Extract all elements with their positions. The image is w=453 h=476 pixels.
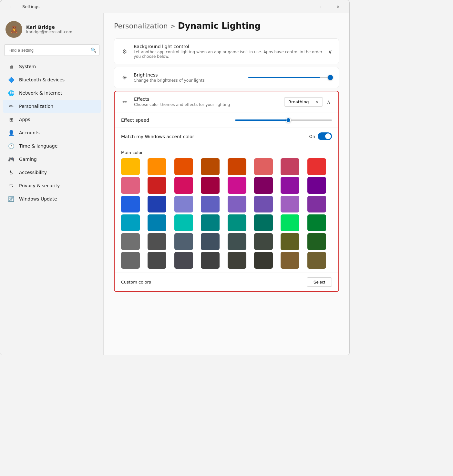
color-swatch-35[interactable] bbox=[201, 233, 220, 250]
color-swatch-46[interactable] bbox=[281, 252, 299, 269]
color-swatch-4[interactable] bbox=[228, 158, 246, 175]
sidebar-item-gaming[interactable]: 🎮Gaming bbox=[3, 153, 101, 166]
sidebar-item-update[interactable]: 🔄Windows Update bbox=[3, 192, 101, 205]
color-swatch-25[interactable] bbox=[148, 214, 166, 231]
color-swatch-43[interactable] bbox=[201, 252, 220, 269]
search-box[interactable]: 🔍 bbox=[4, 44, 99, 56]
color-swatch-37[interactable] bbox=[254, 233, 273, 250]
main-color-title: Main color bbox=[121, 150, 332, 155]
effects-title: Effects bbox=[134, 97, 279, 102]
sidebar-item-system[interactable]: 🖥System bbox=[3, 60, 101, 73]
color-swatch-39[interactable] bbox=[307, 233, 326, 250]
titlebar-title: Settings bbox=[22, 4, 39, 9]
effects-collapse-button[interactable]: ∧ bbox=[325, 98, 332, 106]
color-swatch-6[interactable] bbox=[281, 158, 299, 175]
color-swatch-10[interactable] bbox=[174, 177, 193, 194]
color-swatch-11[interactable] bbox=[201, 177, 220, 194]
color-swatch-27[interactable] bbox=[201, 214, 220, 231]
color-swatch-8[interactable] bbox=[121, 177, 140, 194]
back-button[interactable]: ← bbox=[4, 2, 19, 12]
color-swatch-31[interactable] bbox=[307, 214, 326, 231]
color-swatch-1[interactable] bbox=[148, 158, 166, 175]
color-swatch-13[interactable] bbox=[254, 177, 273, 194]
sidebar-item-accounts[interactable]: 👤Accounts bbox=[3, 126, 101, 139]
breadcrumb: Personalization > Dynamic Lighting bbox=[114, 21, 339, 31]
brightness-control[interactable] bbox=[248, 77, 332, 78]
background-light-desc: Let another app control lighting when an… bbox=[134, 50, 323, 59]
effects-control[interactable]: Breathing ∨ ∧ bbox=[284, 97, 332, 107]
effects-text: Effects Choose color themes and effects … bbox=[134, 97, 279, 107]
color-swatch-47[interactable] bbox=[307, 252, 326, 269]
sidebar-item-apps[interactable]: ⊞Apps bbox=[3, 113, 101, 126]
color-swatch-45[interactable] bbox=[254, 252, 273, 269]
color-swatch-2[interactable] bbox=[174, 158, 193, 175]
color-swatch-22[interactable] bbox=[281, 196, 299, 212]
effect-speed-slider[interactable] bbox=[235, 119, 332, 121]
color-swatch-34[interactable] bbox=[174, 233, 193, 250]
color-swatch-41[interactable] bbox=[148, 252, 166, 269]
breadcrumb-parent: Personalization bbox=[114, 22, 168, 30]
color-swatch-30[interactable] bbox=[281, 214, 299, 231]
effect-speed-label: Effect speed bbox=[121, 118, 149, 123]
brightness-title: Brightness bbox=[134, 72, 243, 78]
sidebar-item-personalization[interactable]: ✏Personalization bbox=[3, 100, 101, 113]
network-icon: 🌐 bbox=[8, 90, 15, 96]
color-swatch-23[interactable] bbox=[307, 196, 326, 212]
close-button[interactable]: ✕ bbox=[331, 2, 345, 12]
accent-color-toggle[interactable] bbox=[318, 132, 332, 140]
sidebar-item-time[interactable]: 🕐Time & language bbox=[3, 140, 101, 152]
color-swatch-42[interactable] bbox=[174, 252, 193, 269]
effect-speed-control[interactable] bbox=[235, 119, 332, 121]
accessibility-icon: ♿ bbox=[8, 169, 15, 176]
color-swatch-33[interactable] bbox=[148, 233, 166, 250]
background-light-control[interactable]: ∨ bbox=[328, 48, 332, 55]
brightness-thumb bbox=[328, 75, 333, 80]
color-swatch-0[interactable] bbox=[121, 158, 140, 175]
color-swatch-38[interactable] bbox=[281, 233, 299, 250]
color-swatch-3[interactable] bbox=[201, 158, 220, 175]
color-swatch-7[interactable] bbox=[307, 158, 326, 175]
sidebar-item-network[interactable]: 🌐Network & internet bbox=[3, 87, 101, 99]
color-swatch-28[interactable] bbox=[228, 214, 246, 231]
content-area: Personalization > Dynamic Lighting ⚙ Bac… bbox=[104, 13, 349, 355]
color-swatch-26[interactable] bbox=[174, 214, 193, 231]
sidebar-item-label-time: Time & language bbox=[19, 143, 57, 149]
color-swatch-17[interactable] bbox=[148, 196, 166, 212]
color-swatch-15[interactable] bbox=[307, 177, 326, 194]
color-swatch-40[interactable] bbox=[121, 252, 140, 269]
color-swatch-36[interactable] bbox=[228, 233, 246, 250]
accent-color-label: Match my Windows accent color bbox=[121, 134, 194, 139]
sidebar-item-privacy[interactable]: 🛡Privacy & security bbox=[3, 179, 101, 192]
sidebar-item-label-gaming: Gaming bbox=[19, 157, 37, 162]
color-swatch-21[interactable] bbox=[254, 196, 273, 212]
background-light-row[interactable]: ⚙ Background light control Let another a… bbox=[114, 39, 339, 64]
color-swatch-16[interactable] bbox=[121, 196, 140, 212]
accent-color-control[interactable]: On bbox=[309, 132, 332, 140]
nav-list: 🖥System🔷Bluetooth & devices🌐Network & in… bbox=[0, 60, 103, 206]
select-button[interactable]: Select bbox=[307, 277, 332, 287]
maximize-button[interactable]: □ bbox=[314, 2, 329, 12]
color-swatch-44[interactable] bbox=[228, 252, 246, 269]
sidebar-item-bluetooth[interactable]: 🔷Bluetooth & devices bbox=[3, 73, 101, 86]
effect-speed-text: Effect speed bbox=[121, 117, 230, 123]
color-swatch-29[interactable] bbox=[254, 214, 273, 231]
color-swatch-14[interactable] bbox=[281, 177, 299, 194]
sidebar-item-accessibility[interactable]: ♿Accessibility bbox=[3, 166, 101, 179]
search-input[interactable] bbox=[4, 44, 99, 56]
color-swatch-24[interactable] bbox=[121, 214, 140, 231]
sidebar-item-label-apps: Apps bbox=[19, 117, 30, 122]
color-swatch-20[interactable] bbox=[228, 196, 246, 212]
brightness-slider[interactable] bbox=[248, 77, 332, 78]
color-swatch-18[interactable] bbox=[174, 196, 193, 212]
color-swatch-19[interactable] bbox=[201, 196, 220, 212]
minimize-button[interactable]: — bbox=[298, 2, 313, 12]
effects-dropdown[interactable]: Breathing ∨ bbox=[284, 97, 323, 107]
color-swatch-12[interactable] bbox=[228, 177, 246, 194]
color-swatch-5[interactable] bbox=[254, 158, 273, 175]
brightness-desc: Change the brightness of your lights bbox=[134, 78, 243, 83]
brightness-slider-container[interactable] bbox=[248, 77, 332, 78]
sidebar-item-label-update: Windows Update bbox=[19, 196, 57, 202]
user-section: 🧸 Karl Bridge kbridge@microsoft.com bbox=[0, 18, 103, 44]
color-swatch-9[interactable] bbox=[148, 177, 166, 194]
color-swatch-32[interactable] bbox=[121, 233, 140, 250]
